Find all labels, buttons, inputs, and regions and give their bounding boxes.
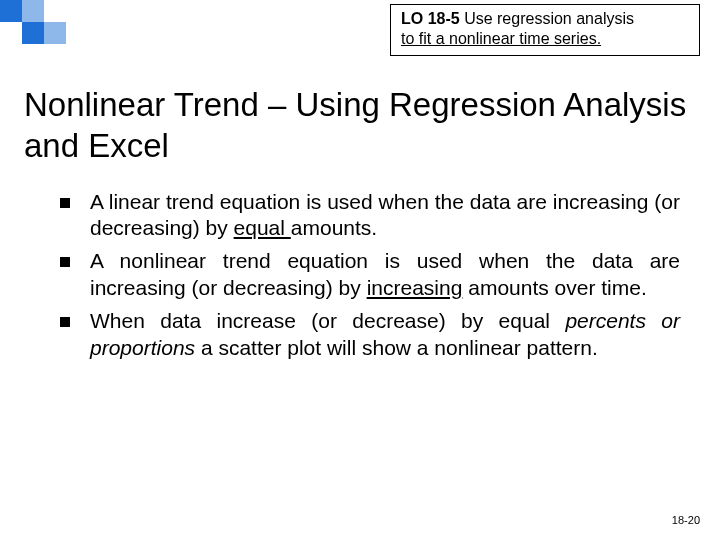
lo-text-line2: to fit a nonlinear time series.: [401, 30, 601, 47]
bullet-text: When data increase (or decrease) by equa…: [90, 309, 565, 332]
bullet-text: amounts over time.: [462, 276, 646, 299]
page-number: 18-20: [672, 514, 700, 526]
list-item: A nonlinear trend equation is used when …: [50, 248, 680, 302]
slide: LO 18-5 Use regression analysis to fit a…: [0, 0, 720, 540]
slide-title: Nonlinear Trend – Using Regression Analy…: [0, 70, 720, 171]
square-icon: [44, 22, 66, 44]
bullet-text: amounts.: [291, 216, 377, 239]
learning-objective-box: LO 18-5 Use regression analysis to fit a…: [390, 4, 700, 56]
list-item: When data increase (or decrease) by equa…: [50, 308, 680, 362]
slide-body: A linear trend equation is used when the…: [0, 171, 720, 362]
lo-code: LO 18-5: [401, 10, 460, 27]
bullet-text: a scatter plot will show a nonlinear pat…: [195, 336, 598, 359]
square-icon: [0, 0, 22, 22]
list-item: A linear trend equation is used when the…: [50, 189, 680, 243]
bullet-underline: equal: [234, 216, 291, 239]
square-icon: [22, 22, 44, 44]
bullet-text: A linear trend equation is used when the…: [90, 190, 680, 240]
bullet-list: A linear trend equation is used when the…: [50, 189, 680, 362]
square-icon: [22, 0, 44, 22]
header-row: LO 18-5 Use regression analysis to fit a…: [0, 0, 720, 70]
lo-text-line1: Use regression analysis: [464, 10, 634, 27]
bullet-underline: increasing: [367, 276, 463, 299]
tetromino-icon: [0, 0, 130, 46]
